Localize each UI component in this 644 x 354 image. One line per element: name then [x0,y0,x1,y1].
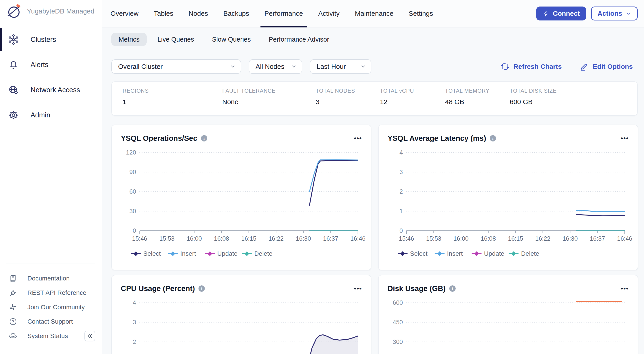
tab-backups[interactable]: Backups [223,0,249,27]
svg-text:Select: Select [410,250,428,257]
svg-text:4: 4 [400,149,403,156]
gear-icon [8,110,19,121]
stat-value: 48 GB [445,98,510,106]
plug-icon [8,288,18,297]
sidebar-item-alerts[interactable]: Alerts [0,52,102,77]
svg-text:Select: Select [143,250,161,257]
collapse-sidebar-button[interactable] [84,331,95,341]
utility-item-rest-api-reference[interactable]: REST API Reference [0,286,102,300]
chart-title: YSQL Operations/Sec [121,134,198,143]
edit-options-link[interactable]: Edit Options [580,62,633,71]
utility-item-documentation[interactable]: Documentation [0,271,102,286]
svg-text:16:22: 16:22 [268,235,284,242]
subtab-live-queries[interactable]: Live Queries [150,33,201,46]
info-icon[interactable]: i [490,135,496,141]
svg-text:16:00: 16:00 [453,235,469,242]
svg-text:3: 3 [400,169,403,175]
chevron-down-icon [626,11,631,16]
tab-tables[interactable]: Tables [154,0,173,27]
chart-menu-button[interactable]: ••• [621,287,629,290]
tab-overview[interactable]: Overview [110,0,138,27]
charts-grid: YSQL Operations/Sec i ••• 030609012015:4… [112,125,638,354]
chart-title: CPU Usage (Percent) [121,284,195,293]
svg-text:Delete: Delete [521,250,539,257]
stat-label: REGIONS [122,88,222,94]
subtab-slow-queries[interactable]: Slow Queries [205,33,258,46]
svg-text:16:30: 16:30 [562,235,578,242]
chart-title: YSQL Average Latency (ms) [388,134,486,143]
utility-item-label: Documentation [28,275,70,282]
tab-maintenance[interactable]: Maintenance [355,0,394,27]
subtab-performance-advisor[interactable]: Performance Advisor [262,33,336,46]
subtabs: MetricsLive QueriesSlow QueriesPerforman… [112,33,638,46]
sidebar-item-label: Network Access [30,86,80,94]
sidebar-item-label: Alerts [30,61,48,69]
svg-text:120: 120 [126,149,136,156]
tab-activity[interactable]: Activity [318,0,340,27]
cpu-usage-chart: 0123415:4615:5316:0016:0816:1516:2216:30… [121,297,362,354]
summary-stat: TOTAL DISK SIZE600 GB [510,88,637,115]
chart-card-ysql-latency: YSQL Average Latency (ms) i ••• 0123415:… [378,125,638,270]
stat-label: TOTAL vCPU [380,88,445,94]
clusters-icon [8,34,19,45]
pencil-icon [580,62,589,71]
refresh-charts-link[interactable]: Refresh Charts [500,62,562,71]
utility-item-label: Contact Support [28,318,73,325]
brand[interactable]: YugabyteDB Managed [0,0,102,23]
svg-text:16:37: 16:37 [590,235,605,242]
actions-button[interactable]: Actions [591,7,638,21]
stat-value: 3 [316,98,380,106]
chart-title: Disk Usage (GB) [388,284,446,293]
cluster-select[interactable]: Overall Cluster [112,59,241,74]
svg-text:90: 90 [129,169,136,175]
sidebar-item-clusters[interactable]: Clusters [0,27,102,52]
main: OverviewTablesNodesBackupsPerformanceAct… [102,0,644,354]
svg-text:15:46: 15:46 [399,235,414,242]
utility-item-label: REST API Reference [28,289,86,296]
info-icon[interactable]: i [201,135,207,141]
svg-text:16:08: 16:08 [214,235,229,242]
chart-menu-button[interactable]: ••• [354,287,362,290]
stat-value: 600 GB [510,98,637,106]
svg-text:16:37: 16:37 [323,235,338,242]
double-chevron-left-icon [87,333,93,339]
svg-text:16:00: 16:00 [186,235,202,242]
cluster-summary-card: REGIONS1FAULT TOLERANCENoneTOTAL NODES3T… [112,81,638,116]
svg-text:16:30: 16:30 [296,235,311,242]
svg-text:300: 300 [393,338,403,345]
ysql-operations-chart: 030609012015:4615:5316:0016:0816:1516:22… [121,147,362,261]
summary-stat: TOTAL MEMORY48 GB [445,88,510,115]
utility-item-label: Join Our Community [28,304,85,311]
svg-text:60: 60 [129,188,136,195]
subtab-metrics[interactable]: Metrics [112,33,147,46]
chart-card-disk-usage: Disk Usage (GB) i ••• 015030045060015:46… [378,275,638,354]
svg-text:16:22: 16:22 [535,235,550,242]
stat-value: 1 [122,98,222,106]
tab-nodes[interactable]: Nodes [188,0,208,27]
connect-button[interactable]: Connect [536,7,586,21]
svg-text:16:15: 16:15 [241,235,256,242]
chart-menu-button[interactable]: ••• [354,136,362,140]
content: MetricsLive QueriesSlow QueriesPerforman… [102,28,644,354]
tab-performance[interactable]: Performance [264,0,303,27]
svg-text:Update: Update [217,250,238,257]
info-icon[interactable]: i [198,285,205,292]
ysql-latency-chart: 0123415:4615:5316:0016:0816:1516:2216:30… [388,147,629,261]
sidebar: YugabyteDB Managed ClustersAlertsNetwork… [0,0,102,354]
stat-label: TOTAL DISK SIZE [510,88,637,94]
tab-settings[interactable]: Settings [409,0,433,27]
chart-menu-button[interactable]: ••• [621,136,629,140]
info-icon[interactable]: i [449,285,456,292]
utility-item-contact-support[interactable]: ?Contact Support [0,314,102,329]
svg-text:600: 600 [393,299,403,306]
lightning-icon [542,10,549,17]
sidebar-item-label: Clusters [30,36,56,44]
nodes-select[interactable]: All Nodes [249,59,302,74]
time-range-select[interactable]: Last Hour [310,59,372,74]
sidebar-item-admin[interactable]: Admin [0,103,102,128]
sidebar-item-label: Admin [30,111,50,119]
chart-card-cpu-usage: CPU Usage (Percent) i ••• 0123415:4615:5… [112,275,372,354]
sidebar-item-network-access[interactable]: Network Access [0,77,102,103]
question-icon: ? [8,317,18,326]
utility-item-join-our-community[interactable]: Join Our Community [0,300,102,314]
